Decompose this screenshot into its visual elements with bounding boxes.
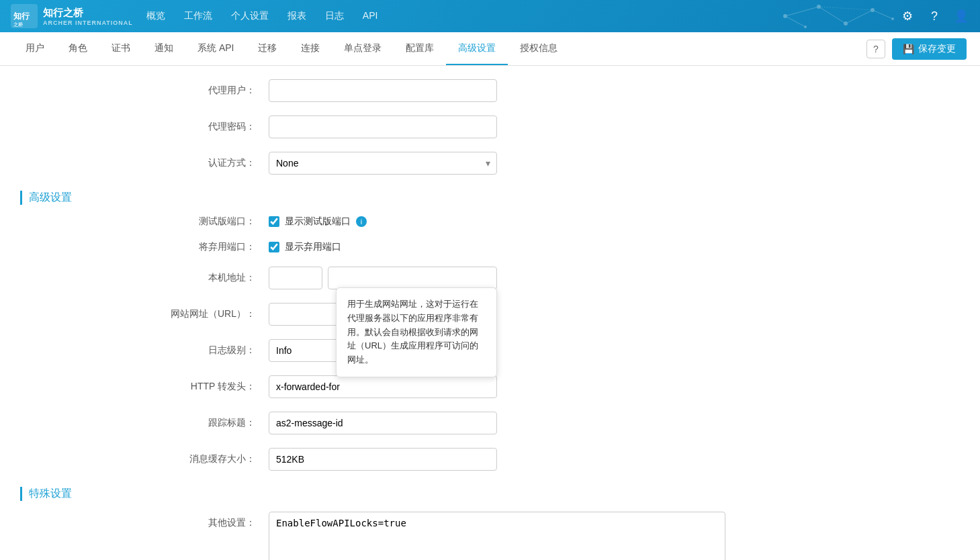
svg-line-11 — [846, 10, 873, 24]
other-settings-label: 其他设置： — [20, 512, 269, 529]
svg-line-9 — [785, 7, 819, 16]
local-addr-prefix-input[interactable] — [269, 267, 322, 289]
deprecated-port-row: 将弃用端口： 显示弃用端口 — [20, 241, 960, 253]
tab-notify[interactable]: 通知 — [142, 33, 185, 65]
message-buffer-input[interactable] — [269, 448, 497, 471]
nav-personal[interactable]: 个人设置 — [231, 10, 269, 22]
local-addr-wrap — [269, 267, 497, 289]
proxy-password-row: 代理密码： — [20, 115, 960, 138]
deprecated-port-checkbox-row: 显示弃用端口 — [269, 241, 341, 253]
trace-label-label: 跟踪标题： — [20, 417, 269, 429]
svg-line-10 — [819, 7, 846, 24]
tab-advanced[interactable]: 高级设置 — [446, 33, 508, 65]
logo-subtitle: ARCHER INTERNATIONAL — [43, 19, 133, 26]
other-settings-row: 其他设置： EnableFlowAPILocks=true — [20, 512, 960, 560]
sub-nav-items: 用户 角色 证书 通知 系统 API 迁移 连接 单点登录 配置库 高级设置 授… — [13, 33, 866, 65]
local-addr-input[interactable] — [328, 267, 497, 289]
message-buffer-row: 消息缓存大小： — [20, 448, 960, 471]
tab-migrate[interactable]: 迁移 — [246, 33, 289, 65]
auth-method-select[interactable]: None Basic NTLM Digest — [269, 152, 497, 175]
tab-connect[interactable]: 连接 — [289, 33, 332, 65]
nav-overview[interactable]: 概览 — [146, 10, 165, 22]
trace-label-input[interactable] — [269, 412, 497, 434]
proxy-user-input[interactable] — [269, 79, 497, 102]
auth-method-select-wrap: None Basic NTLM Digest ▾ — [269, 152, 497, 175]
tab-cert[interactable]: 证书 — [99, 33, 142, 65]
proxy-password-input[interactable] — [269, 115, 497, 138]
tab-sysapi[interactable]: 系统 API — [185, 33, 246, 65]
nav-log[interactable]: 日志 — [325, 10, 344, 22]
deprecated-port-checkbox[interactable] — [269, 242, 279, 252]
nav-report[interactable]: 报表 — [287, 10, 306, 22]
logo: 知行 之桥 知行之桥 ARCHER INTERNATIONAL — [11, 4, 133, 28]
tab-configlib[interactable]: 配置库 — [394, 33, 446, 65]
sub-nav-actions: ? 💾 保存变更 — [866, 38, 967, 60]
log-level-label: 日志级别： — [20, 344, 269, 357]
svg-line-12 — [873, 10, 893, 19]
debug-port-checkbox-label: 显示测试版端口 — [285, 216, 351, 228]
trace-label-row: 跟踪标题： — [20, 412, 960, 434]
save-icon: 💾 — [903, 44, 914, 54]
special-settings-title: 特殊设置 — [20, 487, 960, 501]
http-forward-row: HTTP 转发头： — [20, 375, 960, 398]
top-navbar: 知行 之桥 知行之桥 ARCHER INTERNATIONAL 概览 工作流 个… — [0, 0, 980, 32]
deprecated-port-checkbox-label: 显示弃用端口 — [285, 241, 341, 253]
tooltip-popup: 用于生成网站网址，这对于运行在代理服务器以下的应用程序非常有用。默认会自动根据收… — [336, 287, 497, 377]
proxy-password-label: 代理密码： — [20, 121, 269, 133]
network-decoration — [765, 0, 899, 32]
nav-workflow[interactable]: 工作流 — [184, 10, 212, 22]
debug-port-label: 测试版端口： — [20, 216, 269, 228]
nav-api[interactable]: API — [363, 10, 378, 22]
local-addr-label: 本机地址： — [20, 272, 269, 284]
sub-navbar: 用户 角色 证书 通知 系统 API 迁移 连接 单点登录 配置库 高级设置 授… — [0, 32, 980, 66]
debug-port-row: 测试版端口： 显示测试版端口 i — [20, 216, 960, 228]
auth-method-row: 认证方式： None Basic NTLM Digest ▾ — [20, 152, 960, 175]
tooltip-text: 用于生成网站网址，这对于运行在代理服务器以下的应用程序非常有用。默认会自动根据收… — [347, 299, 478, 365]
other-settings-textarea[interactable]: EnableFlowAPILocks=true — [269, 512, 725, 560]
message-buffer-label: 消息缓存大小： — [20, 453, 269, 465]
tab-license[interactable]: 授权信息 — [508, 33, 570, 65]
debug-port-checkbox-row: 显示测试版端口 i — [269, 216, 367, 228]
proxy-user-label: 代理用户： — [20, 85, 269, 97]
svg-line-14 — [819, 7, 873, 10]
help-icon[interactable]: ? — [926, 8, 942, 24]
tab-sso[interactable]: 单点登录 — [332, 33, 394, 65]
tab-user[interactable]: 用户 — [13, 33, 56, 65]
save-button[interactable]: 💾 保存变更 — [892, 38, 967, 60]
deprecated-port-label: 将弃用端口： — [20, 241, 269, 253]
svg-line-13 — [785, 16, 805, 27]
debug-port-info-icon[interactable]: i — [356, 216, 367, 227]
settings-icon[interactable]: ⚙ — [899, 8, 916, 24]
svg-text:之桥: 之桥 — [13, 21, 24, 27]
top-nav-right: ⚙ ? 👤 — [899, 8, 969, 24]
user-icon[interactable]: 👤 — [953, 8, 969, 24]
svg-text:知行: 知行 — [13, 11, 30, 21]
debug-port-checkbox[interactable] — [269, 216, 279, 227]
http-forward-label: HTTP 转发头： — [20, 381, 269, 393]
logo-title: 知行之桥 — [43, 7, 133, 19]
top-nav-menu: 概览 工作流 个人设置 报表 日志 API — [146, 10, 378, 22]
advanced-settings-title: 高级设置 — [20, 191, 960, 205]
save-label: 保存变更 — [918, 43, 956, 55]
auth-method-label: 认证方式： — [20, 157, 269, 169]
local-addr-row: 本机地址： — [20, 267, 960, 289]
proxy-user-row: 代理用户： — [20, 79, 960, 102]
http-forward-input[interactable] — [269, 375, 497, 398]
site-url-label: 网站网址（URL）： — [20, 308, 269, 320]
tab-role[interactable]: 角色 — [56, 33, 99, 65]
sub-help-button[interactable]: ? — [866, 40, 885, 58]
main-content: 代理用户： 代理密码： 认证方式： None Basic NTLM Digest… — [0, 66, 980, 560]
